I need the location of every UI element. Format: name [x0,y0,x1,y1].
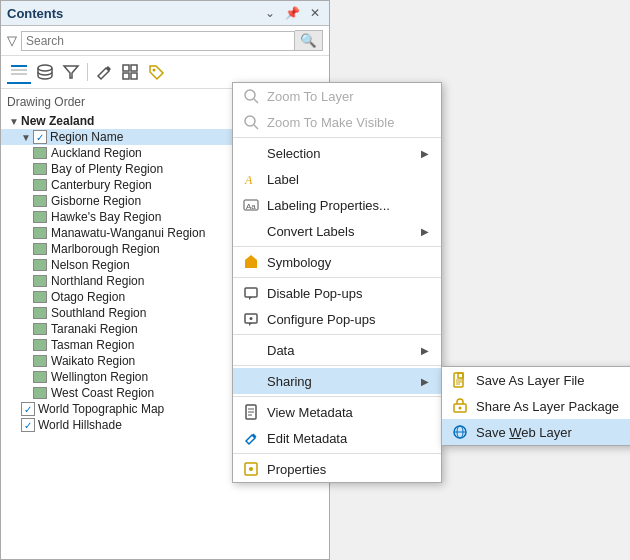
swatch-northland [33,275,47,287]
pin-icon[interactable]: 📌 [282,5,303,21]
item-label-waikato: Waikato Region [51,354,135,368]
menu-sep-7 [233,453,441,454]
swatch-gisborne [33,195,47,207]
item-label-auckland: Auckland Region [51,146,142,160]
search-button[interactable]: 🔍 [295,30,323,51]
svg-point-9 [153,69,156,72]
expand-arrow-region[interactable]: ▼ [21,132,33,143]
layer-view-icon[interactable] [33,60,57,84]
svg-marker-4 [64,66,78,78]
svg-rect-19 [245,288,257,297]
checkbox-region-name[interactable] [33,130,47,144]
submenu-label-save-web-layer: Save Web Layer [476,425,572,440]
submenu-label-share-layer-package: Share As Layer Package [476,399,619,414]
close-icon[interactable]: ✕ [307,5,323,21]
filter-icon[interactable]: ▽ [7,33,17,48]
menu-item-zoom-to-layer[interactable]: Zoom To Layer [233,83,441,109]
menu-label-symbology: Symbology [267,255,331,270]
save-layer-file-icon [450,371,470,389]
menu-sep-2 [233,246,441,247]
menu-label-zoom-visible: Zoom To Make Visible [267,115,394,130]
edit-icon[interactable] [92,60,116,84]
menu-item-data[interactable]: Data ▶ [233,337,441,363]
menu-sep-6 [233,396,441,397]
checkbox-world-topo[interactable] [21,402,35,416]
search-input[interactable] [21,31,295,51]
menu-label-sharing: Sharing [267,374,312,389]
convert-labels-arrow: ▶ [421,226,429,237]
item-label-northland: Northland Region [51,274,144,288]
menu-item-properties[interactable]: Properties [233,456,441,482]
context-menu: Zoom To Layer Zoom To Make Visible Selec… [232,82,442,483]
swatch-auckland [33,147,47,159]
svg-text:Aa: Aa [246,202,256,211]
menu-sep-3 [233,277,441,278]
swatch-bay-of-plenty [33,163,47,175]
item-label-gisborne: Gisborne Region [51,194,141,208]
menu-item-sharing[interactable]: Sharing ▶ [233,368,441,394]
labeling-props-icon: Aa [241,196,261,214]
svg-rect-1 [11,69,27,71]
properties-icon [241,460,261,478]
item-label-marlborough: Marlborough Region [51,242,160,256]
menu-item-labeling-props[interactable]: Aa Labeling Properties... [233,192,441,218]
menu-label-properties: Properties [267,462,326,477]
menu-item-zoom-visible[interactable]: Zoom To Make Visible [233,109,441,135]
menu-sep-4 [233,334,441,335]
menu-item-disable-popups[interactable]: Disable Pop-ups [233,280,441,306]
data-arrow: ▶ [421,345,429,356]
menu-item-edit-metadata[interactable]: Edit Metadata [233,425,441,451]
menu-item-symbology[interactable]: Symbology [233,249,441,275]
item-label-canterbury: Canterbury Region [51,178,152,192]
item-label-world-topo: World Topographic Map [38,402,164,416]
svg-rect-5 [123,65,129,71]
data-icon [241,341,261,359]
checkbox-world-hillshade[interactable] [21,418,35,432]
item-label-otago: Otago Region [51,290,125,304]
minimize-icon[interactable]: ⌄ [262,5,278,21]
submenu-item-save-web-layer[interactable]: Save Web Layer [442,419,630,445]
svg-rect-6 [131,65,137,71]
swatch-canterbury [33,179,47,191]
svg-text:A: A [244,173,253,187]
item-label-southland: Southland Region [51,306,146,320]
svg-rect-7 [123,73,129,79]
share-layer-package-icon [450,397,470,415]
swatch-southland [33,307,47,319]
sharing-icon [241,372,261,390]
svg-point-27 [249,467,253,471]
item-label-hawkes-bay: Hawke's Bay Region [51,210,161,224]
edit-metadata-icon [241,429,261,447]
menu-item-label[interactable]: A Label [233,166,441,192]
symbology-icon [241,253,261,271]
menu-sep-5 [233,365,441,366]
menu-item-view-metadata[interactable]: View Metadata [233,399,441,425]
menu-label-data: Data [267,343,294,358]
menu-item-convert-labels[interactable]: Convert Labels ▶ [233,218,441,244]
menu-item-configure-popups[interactable]: Configure Pop-ups [233,306,441,332]
panel-title: Contents [7,6,63,21]
filter-layers-icon[interactable] [59,60,83,84]
tag-icon[interactable] [144,60,168,84]
svg-point-3 [38,65,52,71]
swatch-marlborough [33,243,47,255]
menu-label-label: Label [267,172,299,187]
submenu-item-save-layer-file[interactable]: Save As Layer File [442,367,630,393]
list-view-icon[interactable] [7,60,31,84]
swatch-wellington [33,371,47,383]
zoom-to-layer-icon [241,87,261,105]
grid-icon[interactable] [118,60,142,84]
swatch-manawatu [33,227,47,239]
submenu-item-share-layer-package[interactable]: Share As Layer Package [442,393,630,419]
item-label-manawatu: Manawatu-Wanganui Region [51,226,205,240]
menu-item-selection[interactable]: Selection ▶ [233,140,441,166]
svg-rect-0 [11,65,27,67]
svg-point-34 [459,407,462,410]
menu-label-view-metadata: View Metadata [267,405,353,420]
menu-label-configure-popups: Configure Pop-ups [267,312,375,327]
convert-labels-icon [241,222,261,240]
menu-label-selection: Selection [267,146,320,161]
expand-arrow[interactable]: ▼ [9,116,21,127]
svg-rect-2 [11,73,27,75]
sharing-submenu: Save As Layer File Share As Layer Packag… [441,366,630,446]
